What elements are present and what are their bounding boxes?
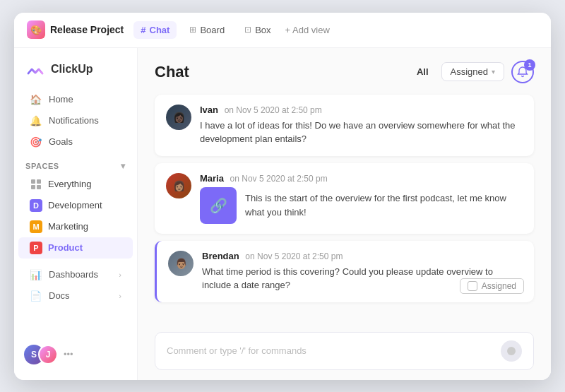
dashboards-left: 📊 Dashboards [30, 269, 98, 280]
board-icon: ⊞ [189, 25, 196, 35]
attachment-icon[interactable]: 🔗 [200, 187, 237, 224]
svg-point-4 [507, 347, 516, 355]
message-ivan-content: Ivan on Nov 5 2020 at 2:50 pm I have a l… [200, 105, 523, 146]
header-filters: All Assigned ▾ 1 [411, 61, 534, 83]
sidebar-item-development[interactable]: D Development [18, 195, 133, 216]
marketing-dot: M [30, 220, 42, 233]
tab-box[interactable]: ⊡ Box [237, 21, 278, 39]
user-menu-dots[interactable]: ••• [64, 349, 73, 360]
svg-rect-3 [37, 185, 41, 189]
dashboards-chevron-icon: › [119, 271, 121, 279]
sidebar-item-goals[interactable]: 🎯 Goals [18, 131, 133, 153]
send-icon [506, 346, 516, 356]
avatar-maria: 👩🏽 [166, 173, 191, 198]
add-view-button[interactable]: + Add view [285, 25, 330, 35]
sidebar-item-docs[interactable]: 📄 Docs › [18, 285, 133, 307]
sidebar-item-home-label: Home [49, 94, 73, 105]
project-name: Release Project [50, 24, 124, 35]
content-area: Chat All Assigned ▾ 1 [138, 48, 551, 380]
message-maria-text: This is the start of the overview for th… [245, 191, 523, 219]
assigned-chevron-icon: ▾ [492, 68, 495, 76]
send-button[interactable] [501, 340, 522, 362]
content-header: Chat All Assigned ▾ 1 [138, 48, 551, 90]
assigned-tag[interactable]: Assigned [460, 278, 524, 294]
avatar-j: J [38, 345, 58, 364]
svg-rect-2 [31, 185, 35, 189]
docs-left: 📄 Docs [30, 290, 70, 302]
assigned-filter-button[interactable]: Assigned ▾ [441, 62, 504, 81]
message-maria-attachment: 🔗 This is the start of the overview for … [200, 187, 523, 224]
assigned-checkbox[interactable] [468, 281, 477, 291]
app-window: 🎨 Release Project # Chat ⊞ Board ⊡ Box +… [14, 13, 551, 380]
avatar-ivan: 👩🏿 [166, 105, 191, 130]
project-icon: 🎨 [27, 20, 45, 39]
sidebar-item-marketing[interactable]: M Marketing [18, 216, 133, 237]
sidebar-item-notifications[interactable]: 🔔 Notifications [18, 110, 133, 131]
sidebar-item-product[interactable]: P Product [18, 237, 133, 259]
notification-bell-button[interactable]: 1 [511, 61, 534, 83]
sidebar-item-marketing-label: Marketing [48, 221, 88, 232]
sidebar-item-product-label: Product [48, 242, 83, 253]
notification-count-badge: 1 [524, 59, 535, 71]
everything-icon [30, 178, 42, 191]
sidebar-item-docs-label: Docs [49, 290, 70, 301]
message-brendan-meta: Brendan on Nov 5 2020 at 2:50 pm [202, 251, 523, 261]
sidebar-item-everything[interactable]: Everything [18, 174, 133, 195]
top-bar: 🎨 Release Project # Chat ⊞ Board ⊡ Box +… [14, 13, 551, 48]
assigned-tag-label: Assigned [482, 281, 516, 291]
spaces-label: Spaces [25, 162, 59, 170]
tab-chat[interactable]: # Chat [133, 21, 177, 39]
message-ivan: 👩🏿 Ivan on Nov 5 2020 at 2:50 pm I have … [155, 95, 534, 156]
user-avatars: S J [24, 345, 58, 364]
sidebar-bottom-sections: 📊 Dashboards › 📄 Docs › [14, 264, 137, 307]
development-dot: D [30, 199, 42, 212]
message-maria-author: Maria [200, 173, 224, 184]
add-view-label: + Add view [285, 25, 330, 35]
goals-icon: 🎯 [30, 136, 42, 148]
sidebar-user-area: S J ••• [14, 338, 137, 372]
comment-input-area[interactable]: Comment or type '/' for commands [155, 332, 534, 370]
message-ivan-time: on Nov 5 2020 at 2:50 pm [225, 105, 322, 115]
assigned-filter-label: Assigned [451, 66, 488, 77]
sidebar-item-development-label: Development [48, 200, 102, 210]
clickup-logo-icon [25, 59, 45, 79]
chat-hash-icon: # [141, 25, 145, 35]
product-dot: P [30, 242, 42, 254]
sidebar: ClickUp 🏠 Home 🔔 Notifications 🎯 Goals S… [14, 48, 138, 380]
message-maria-time: on Nov 5 2020 at 2:50 pm [230, 174, 328, 184]
message-brendan-time: on Nov 5 2020 at 2:50 pm [245, 251, 343, 261]
sidebar-item-home[interactable]: 🏠 Home [18, 89, 133, 110]
sidebar-item-dashboards[interactable]: 📊 Dashboards › [18, 264, 133, 285]
message-brendan-author: Brendan [202, 251, 239, 261]
app-name: ClickUp [51, 63, 93, 76]
main-layout: ClickUp 🏠 Home 🔔 Notifications 🎯 Goals S… [14, 48, 551, 380]
svg-rect-0 [31, 179, 35, 184]
comment-bar: Comment or type '/' for commands [138, 325, 551, 380]
project-label: 🎨 Release Project [27, 20, 124, 39]
comment-placeholder: Comment or type '/' for commands [167, 345, 307, 356]
docs-chevron-icon: › [119, 292, 121, 300]
bell-icon: 🔔 [30, 115, 42, 126]
svg-rect-1 [37, 179, 41, 184]
chat-messages-list: 👩🏿 Ivan on Nov 5 2020 at 2:50 pm I have … [138, 90, 551, 325]
message-ivan-text: I have a lot of ideas for this! Do we ha… [200, 119, 523, 146]
filter-all-label[interactable]: All [411, 64, 434, 80]
sidebar-item-goals-label: Goals [49, 136, 73, 147]
message-ivan-author: Ivan [200, 105, 218, 115]
tab-chat-label: Chat [150, 25, 170, 35]
tab-box-label: Box [255, 25, 270, 35]
logo: ClickUp [14, 57, 137, 89]
sidebar-item-notifications-label: Notifications [49, 115, 99, 126]
spaces-collapse-icon[interactable]: ▾ [121, 161, 126, 171]
message-maria-meta: Maria on Nov 5 2020 at 2:50 pm [200, 173, 523, 184]
spaces-section-header: Spaces ▾ [14, 153, 137, 174]
sidebar-item-everything-label: Everything [48, 179, 91, 189]
avatar-brendan: 👨🏽 [168, 251, 194, 276]
message-maria: 👩🏽 Maria on Nov 5 2020 at 2:50 pm 🔗 This… [155, 163, 534, 234]
tab-board[interactable]: ⊞ Board [182, 21, 232, 39]
message-brendan: 👨🏽 Brendan on Nov 5 2020 at 2:50 pm What… [155, 241, 534, 302]
sidebar-item-dashboards-label: Dashboards [49, 269, 98, 280]
box-icon: ⊡ [244, 25, 251, 35]
chat-title: Chat [155, 63, 189, 81]
dashboards-icon: 📊 [30, 269, 42, 280]
